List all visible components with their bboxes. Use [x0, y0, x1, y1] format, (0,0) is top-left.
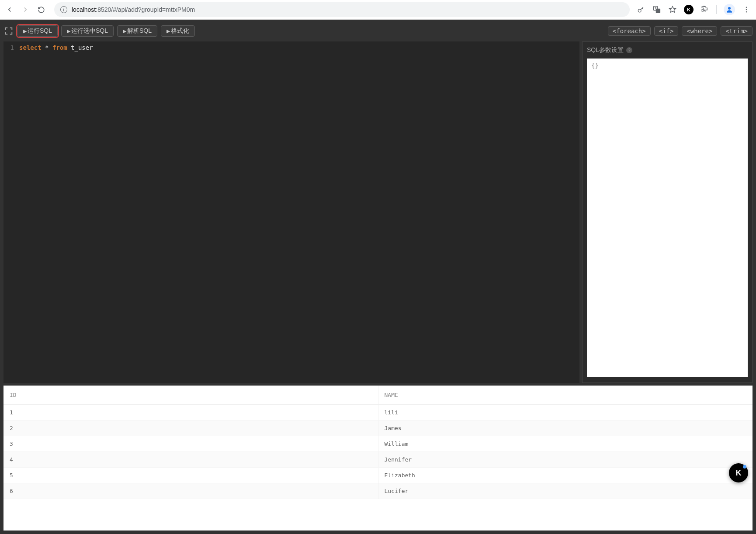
run-selected-sql-button[interactable]: ▶运行选中SQL [61, 25, 114, 37]
forward-button[interactable] [19, 3, 31, 16]
star-icon[interactable] [668, 5, 677, 14]
cell-id: 2 [3, 420, 378, 436]
format-button[interactable]: ▶格式化 [161, 25, 195, 37]
cell-name: lili [378, 405, 753, 420]
code-area[interactable]: select * from t_user [17, 41, 579, 383]
table-row[interactable]: 6Lucifer [3, 483, 753, 499]
notification-dot-icon [743, 465, 746, 469]
format-label: 格式化 [171, 27, 189, 35]
table-row[interactable]: 5Elizabeth [3, 468, 753, 483]
reload-button[interactable] [35, 3, 47, 16]
translate-icon[interactable] [652, 5, 661, 14]
svg-point-3 [728, 7, 731, 10]
table-row[interactable]: 4Jennifer [3, 452, 753, 468]
cell-id: 3 [3, 436, 378, 452]
col-name[interactable]: NAME [378, 386, 753, 405]
app-container: ▶运行SQL ▶运行选中SQL ▶解析SQL ▶格式化 <foreach> <i… [0, 20, 756, 534]
svg-point-0 [638, 9, 641, 12]
cell-name: James [378, 420, 753, 436]
run-selected-sql-label: 运行选中SQL [71, 27, 108, 35]
cell-id: 4 [3, 452, 378, 468]
play-icon: ▶ [67, 28, 70, 34]
results-panel: ID NAME 1lili 2James 3William 4Jennifer … [3, 386, 753, 531]
extensions-icon[interactable] [701, 5, 709, 14]
play-icon: ▶ [23, 28, 27, 34]
run-sql-label: 运行SQL [28, 27, 52, 35]
site-info-icon[interactable]: i [60, 6, 67, 13]
keyword-select: select [19, 44, 42, 51]
star-token: * [42, 44, 52, 51]
cell-id: 1 [3, 405, 378, 420]
separator [716, 5, 717, 14]
cell-name: Elizabeth [378, 468, 753, 483]
params-title: SQL参数设置 ? [587, 46, 748, 54]
cell-name: Jennifer [378, 452, 753, 468]
info-icon[interactable]: ? [626, 47, 632, 53]
svg-point-6 [746, 11, 747, 13]
foreach-tag-button[interactable]: <foreach> [608, 26, 651, 36]
table-row[interactable]: 2James [3, 420, 753, 436]
results-table: ID NAME 1lili 2James 3William 4Jennifer … [3, 386, 753, 499]
browser-chrome: i localhost:8520/#/api/add?groupId=mttxP… [0, 0, 756, 20]
col-id[interactable]: ID [3, 386, 378, 405]
url-text: localhost:8520/#/api/add?groupId=mttxPM0… [72, 6, 195, 13]
key-icon[interactable] [637, 5, 645, 14]
run-sql-button[interactable]: ▶运行SQL [17, 25, 58, 37]
cell-id: 5 [3, 468, 378, 483]
parse-sql-label: 解析SQL [127, 27, 152, 35]
toolbar-left: ▶运行SQL ▶运行选中SQL ▶解析SQL ▶格式化 [3, 25, 195, 37]
main-area: 1 select * from t_user SQL参数设置 ? [3, 41, 753, 383]
url-bar[interactable]: i localhost:8520/#/api/add?groupId=mttxP… [54, 2, 630, 17]
fullscreen-icon[interactable] [3, 26, 14, 36]
chrome-actions: K [637, 4, 753, 15]
if-tag-button[interactable]: <if> [654, 26, 679, 36]
cell-name: Lucifer [378, 483, 753, 499]
svg-rect-2 [656, 9, 660, 13]
where-tag-button[interactable]: <where> [682, 26, 717, 36]
cell-name: William [378, 436, 753, 452]
play-icon: ▶ [166, 28, 170, 34]
params-textarea[interactable] [587, 59, 748, 377]
trim-tag-button[interactable]: <trim> [721, 26, 753, 36]
toolbar-right: <foreach> <if> <where> <trim> [608, 26, 753, 36]
toolbar: ▶运行SQL ▶运行选中SQL ▶解析SQL ▶格式化 <foreach> <i… [3, 23, 753, 39]
keyword-from: from [52, 44, 67, 51]
play-icon: ▶ [123, 28, 126, 34]
table-row[interactable]: 1lili [3, 405, 753, 420]
svg-point-4 [746, 7, 747, 8]
params-title-text: SQL参数设置 [587, 46, 624, 54]
float-btn-label: K [736, 469, 742, 478]
svg-point-5 [746, 9, 747, 10]
sql-editor[interactable]: 1 select * from t_user [3, 41, 579, 383]
table-row[interactable]: 3William [3, 436, 753, 452]
floating-action-button[interactable]: K [729, 463, 748, 482]
table-header-row: ID NAME [3, 386, 753, 405]
line-gutter: 1 [3, 41, 17, 383]
table-name: t_user [67, 44, 93, 51]
back-button[interactable] [3, 3, 16, 16]
parse-sql-button[interactable]: ▶解析SQL [117, 25, 157, 37]
kebab-menu-icon[interactable] [742, 5, 751, 14]
line-number: 1 [10, 44, 14, 51]
profile-icon[interactable] [724, 4, 735, 15]
params-panel: SQL参数设置 ? [582, 41, 753, 383]
extension-badge-icon[interactable]: K [684, 5, 694, 14]
cell-id: 6 [3, 483, 378, 499]
